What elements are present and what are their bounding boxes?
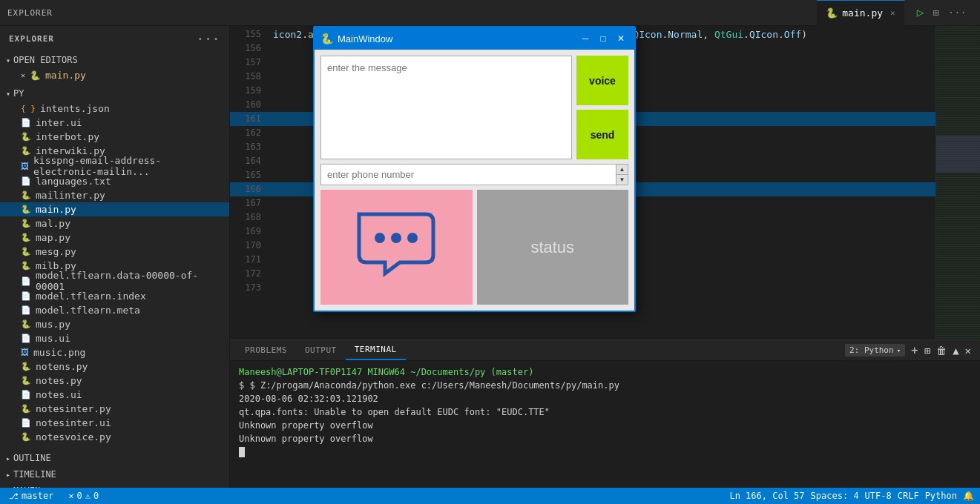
encoding-indicator[interactable]: UTF-8 <box>865 491 892 501</box>
status-right: Ln 166, Col 57 Spaces: 4 UTF-8 CRLF Pyth… <box>729 491 974 501</box>
py-icon13: 🐍 <box>21 432 31 442</box>
line-number: 155 <box>233 27 261 42</box>
line-number: 172 <box>233 267 261 281</box>
terminal[interactable]: Maneesh@LAPTOP-TF0P1I47 MINGW64 ~/Docume… <box>230 361 980 488</box>
sidebar: EXPLORER ··· ▾ OPEN EDITORS ✕ 🐍 main.py … <box>0 26 230 488</box>
sidebar-item-mailinter[interactable]: 🐍 mailinter.py <box>0 188 229 202</box>
sidebar-item-main[interactable]: 🐍 main.py <box>0 202 229 216</box>
add-terminal-icon[interactable]: + <box>911 343 918 357</box>
sidebar-item-mesg[interactable]: 🐍 mesg.py <box>0 245 229 259</box>
line-col-indicator[interactable]: Ln 166, Col 57 <box>729 491 804 501</box>
open-editor-filename: main.py <box>45 70 86 81</box>
filename: notes.ui <box>36 389 82 400</box>
filename: main.py <box>36 204 76 215</box>
eol-indicator[interactable]: CRLF <box>898 491 919 501</box>
filename: music.png <box>33 347 85 358</box>
sidebar-item-intents[interactable]: { } intents.json <box>0 102 229 116</box>
txt-icon: 📄 <box>21 176 31 186</box>
line-number: 158 <box>233 70 261 84</box>
maximize-panel-icon[interactable]: ▲ <box>953 345 958 357</box>
filename: notesvoice.py <box>36 431 111 442</box>
branch-indicator[interactable]: ⎇ master <box>6 488 56 504</box>
message-input[interactable] <box>320 56 572 159</box>
sidebar-item-mus-py[interactable]: 🐍 mus.py <box>0 317 229 331</box>
panel-area: PROBLEMS OUTPUT TERMINAL 2: Python ▾ + ⊞… <box>230 339 980 488</box>
more-actions-icon[interactable]: ··· <box>948 7 967 19</box>
sidebar-item-interbot[interactable]: 🐍 interbot.py <box>0 130 229 144</box>
sidebar-item-model-index[interactable]: 📄 model.tflearn.index <box>0 289 229 303</box>
window-controls: ─ □ ✕ <box>578 32 628 45</box>
terminal-line-2: $ $ Z:/progam/Anaconda/python.exe c:/Use… <box>239 379 971 392</box>
status-text: status <box>530 238 574 257</box>
more-icon[interactable]: ··· <box>197 32 220 46</box>
spinner-down-button[interactable]: ▼ <box>616 174 628 185</box>
sidebar-item-kisspng[interactable]: 🖼 kisspng-email-address-electronic-maili… <box>0 158 229 174</box>
run-icon[interactable]: ▷ <box>917 5 924 20</box>
chat-bubble-svg <box>352 210 441 285</box>
delete-terminal-icon[interactable]: 🗑 <box>936 345 947 357</box>
window-bottom-row: status <box>320 190 628 305</box>
maven-header[interactable]: ▸ MAVEN <box>0 483 229 488</box>
tab-close-icon[interactable]: ✕ <box>890 8 895 18</box>
minimize-button[interactable]: ─ <box>578 32 593 45</box>
sidebar-item-notesinter-py[interactable]: 🐍 notesinter.py <box>0 402 229 416</box>
open-editors-header[interactable]: ▾ OPEN EDITORS <box>0 52 229 68</box>
sidebar-item-music[interactable]: 🖼 music.png <box>0 345 229 359</box>
sidebar-item-notes-py[interactable]: 🐍 notes.py <box>0 374 229 388</box>
file-icon5: 📄 <box>21 334 31 343</box>
sidebar-item-notes-ui[interactable]: 📄 notes.ui <box>0 388 229 402</box>
sidebar-item-model-data[interactable]: 📄 model.tflearn.data-00000-of-00001 <box>0 273 229 289</box>
spinner-up-button[interactable]: ▲ <box>616 165 628 174</box>
py-section-header[interactable]: ▾ PY <box>0 85 229 102</box>
close-panel-icon[interactable]: ✕ <box>965 345 971 357</box>
sidebar-item-mal[interactable]: 🐍 mal.py <box>0 216 229 231</box>
py-file-icon: 🐍 <box>30 70 41 81</box>
outline-header[interactable]: ▸ OUTLINE <box>0 450 229 466</box>
close-icon[interactable]: ✕ <box>21 71 25 79</box>
tab-output[interactable]: OUTPUT <box>296 340 346 360</box>
errors-indicator[interactable]: ✕ 0 ⚠ 0 <box>65 488 102 504</box>
filename: mus.py <box>36 319 70 330</box>
language-indicator[interactable]: Python <box>925 491 957 501</box>
line-number: 157 <box>233 56 261 70</box>
line-number: 171 <box>233 253 261 267</box>
phone-input[interactable] <box>321 165 616 185</box>
feedback-icon[interactable]: 🔔 <box>963 491 974 501</box>
voice-button[interactable]: voice <box>576 56 628 105</box>
py-icon5: 🐍 <box>21 219 31 228</box>
tab-problems[interactable]: PROBLEMS <box>236 340 296 360</box>
py-icon2: 🐍 <box>21 146 31 156</box>
sidebar-item-languages[interactable]: 📄 languages.txt <box>0 174 229 188</box>
split-terminal-icon[interactable]: ⊞ <box>924 345 930 357</box>
chevron-right-icon2: ▸ <box>6 471 10 479</box>
close-button[interactable]: ✕ <box>614 32 628 45</box>
panel-tabs: PROBLEMS OUTPUT TERMINAL 2: Python ▾ + ⊞… <box>230 340 980 361</box>
line-number: 168 <box>233 210 261 225</box>
line-number: 166 <box>233 182 261 196</box>
line-content <box>273 281 279 295</box>
sidebar-item-model-meta[interactable]: 📄 model.tflearn.meta <box>0 303 229 317</box>
terminal-selector[interactable]: 2: Python ▾ <box>845 344 905 357</box>
tab-terminal[interactable]: TERMINAL <box>346 340 406 360</box>
sidebar-item-inter-ui[interactable]: 📄 inter.ui <box>0 116 229 130</box>
timeline-header[interactable]: ▸ TIMELINE <box>0 466 229 483</box>
sidebar-item-notens[interactable]: 🐍 notens.py <box>0 359 229 374</box>
status-bar: ⎇ master ✕ 0 ⚠ 0 Ln 166, Col 57 Spaces: … <box>0 488 980 504</box>
py-icon11: 🐍 <box>21 376 31 385</box>
split-editor-icon[interactable]: ⊞ <box>933 7 938 19</box>
filename: interbot.py <box>36 131 99 142</box>
sidebar-item-notesinter-ui[interactable]: 📄 notesinter.ui <box>0 416 229 430</box>
maximize-button[interactable]: □ <box>596 32 611 45</box>
window-app-icon: 🐍 <box>320 33 333 45</box>
svg-point-2 <box>407 233 418 243</box>
spaces-indicator[interactable]: Spaces: 4 <box>811 491 859 501</box>
open-editor-item-main[interactable]: ✕ 🐍 main.py <box>0 68 229 82</box>
filename: languages.txt <box>36 176 111 187</box>
py-icon7: 🐍 <box>21 247 31 256</box>
tab-main-py[interactable]: 🐍 main.py ✕ <box>817 0 904 26</box>
send-button[interactable]: send <box>576 110 628 159</box>
sidebar-item-mus-ui[interactable]: 📄 mus.ui <box>0 331 229 345</box>
sidebar-item-map[interactable]: 🐍 map.py <box>0 231 229 245</box>
sidebar-item-notesvoice[interactable]: 🐍 notesvoice.py <box>0 430 229 444</box>
line-number: 163 <box>233 140 261 154</box>
